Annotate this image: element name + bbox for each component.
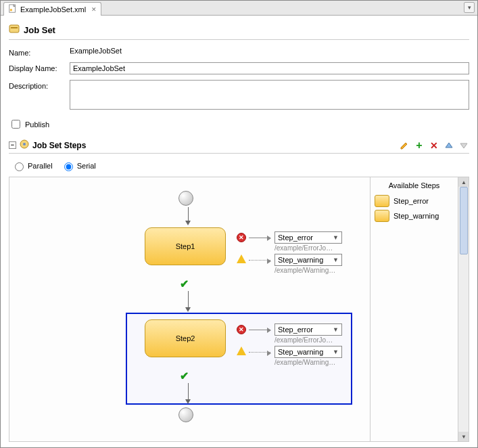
step2-warning-path: /example/Warning…	[274, 359, 345, 366]
flow-arrow	[185, 207, 191, 225]
svg-rect-3	[11, 27, 18, 28]
step1-warning-target-dropdown[interactable]: Step_warning▼	[274, 254, 342, 266]
connector-arrow	[249, 352, 270, 353]
step2-node[interactable]: Step2	[145, 319, 226, 357]
publish-row: Publish	[9, 118, 469, 131]
scroll-up-icon[interactable]: ▲	[458, 177, 469, 187]
add-icon[interactable]: +	[414, 140, 425, 151]
available-steps-header: Available Steps	[375, 181, 454, 189]
mode-row: Parallel Serial	[11, 160, 469, 171]
error-icon: ✕	[237, 233, 246, 242]
delete-icon[interactable]: ✕	[429, 140, 439, 151]
step-swatch-icon	[375, 210, 389, 222]
check-icon: ✔	[180, 369, 189, 382]
steps-icon	[19, 139, 30, 152]
description-row: Description:	[9, 80, 469, 111]
step2-error-target-dropdown[interactable]: Step_error▼	[274, 323, 342, 336]
chevron-down-icon: ▼	[333, 349, 339, 355]
radio-serial[interactable]: Serial	[61, 160, 96, 171]
description-label: Description:	[9, 80, 70, 90]
step1-error-path: /example/ErrorJo…	[274, 244, 345, 252]
move-up-icon[interactable]	[444, 140, 454, 151]
step2-warning-target-dropdown[interactable]: Step_warning▼	[274, 346, 342, 358]
connector-arrow	[249, 260, 270, 261]
diagram-canvas[interactable]: Step1 ✕ Step_error▼ /example/ErrorJo… St…	[9, 177, 370, 441]
jobset-section-header: Job Set	[9, 21, 469, 40]
start-node[interactable]	[178, 191, 193, 206]
flow-arrow	[185, 383, 191, 404]
tab-examplejobset[interactable]: ExampleJobSet.xml ✕	[3, 2, 101, 16]
tab-bar: ExampleJobSet.xml ✕ ▾	[1, 1, 477, 16]
display-name-row: Display Name:	[9, 62, 469, 74]
publish-label: Publish	[25, 120, 49, 129]
available-steps-panel: Available Steps Step_error Step_warning	[370, 177, 458, 441]
description-textarea[interactable]	[70, 80, 469, 110]
error-icon: ✕	[237, 325, 246, 334]
end-node[interactable]	[178, 407, 193, 422]
jobset-icon	[9, 24, 20, 37]
step2-error-path: /example/ErrorJo…	[274, 336, 345, 344]
name-label: Name:	[9, 47, 70, 57]
svg-rect-2	[9, 25, 19, 32]
jobset-steps-header: − Job Set Steps + ✕	[9, 137, 469, 154]
check-icon: ✔	[180, 277, 189, 290]
tab-menu-button[interactable]: ▾	[464, 2, 475, 13]
collapse-toggle[interactable]: −	[9, 141, 16, 149]
svg-point-5	[23, 143, 26, 145]
steps-toolbar: + ✕	[399, 140, 469, 151]
connector-arrow	[249, 238, 270, 238]
diagram-area: Step1 ✕ Step_error▼ /example/ErrorJo… St…	[9, 177, 469, 442]
step-swatch-icon	[375, 195, 389, 207]
step1-error-target-dropdown[interactable]: Step_error▼	[274, 231, 342, 244]
display-name-label: Display Name:	[9, 62, 70, 72]
editor-pane: Job Set Name: ExampleJobSet Display Name…	[1, 16, 477, 447]
scroll-down-icon[interactable]: ▼	[458, 432, 469, 441]
warning-icon	[237, 254, 246, 263]
xml-file-icon	[8, 4, 18, 15]
edit-icon[interactable]	[399, 140, 410, 151]
flow-arrow	[185, 291, 191, 312]
step1-node[interactable]: Step1	[145, 227, 226, 265]
chevron-down-icon: ▼	[333, 326, 339, 333]
warning-icon	[237, 346, 246, 355]
available-step-item[interactable]: Step_warning	[375, 210, 454, 222]
publish-checkbox[interactable]	[11, 120, 20, 129]
name-value: ExampleJobSet	[70, 47, 469, 55]
move-down-icon[interactable]	[458, 140, 469, 151]
svg-point-1	[10, 9, 13, 12]
close-icon[interactable]: ✕	[91, 6, 97, 13]
chevron-down-icon: ▼	[333, 234, 339, 241]
connector-arrow	[249, 330, 270, 330]
vertical-scrollbar[interactable]: ▲ ▼	[458, 177, 469, 441]
available-step-item[interactable]: Step_error	[375, 195, 454, 207]
chevron-down-icon: ▼	[333, 256, 339, 263]
tab-title: ExampleJobSet.xml	[20, 5, 86, 14]
svg-marker-7	[460, 143, 467, 148]
svg-marker-6	[446, 143, 452, 148]
display-name-input[interactable]	[70, 62, 469, 74]
step1-warning-path: /example/Warning…	[274, 267, 345, 274]
radio-parallel[interactable]: Parallel	[11, 160, 53, 171]
name-row: Name: ExampleJobSet	[9, 47, 469, 57]
scroll-thumb[interactable]	[460, 187, 468, 254]
